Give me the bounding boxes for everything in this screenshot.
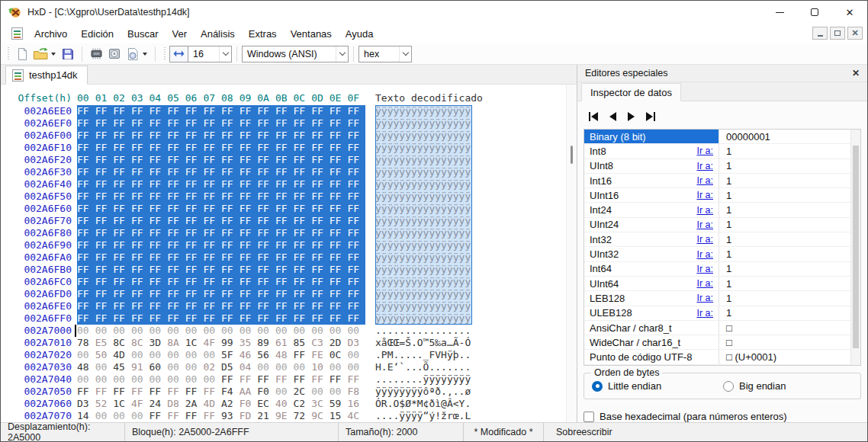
inspector-row[interactable]: UInt16Ir a:1	[584, 188, 860, 203]
menu-item-análisis[interactable]: Análisis	[194, 24, 242, 43]
hex-byte[interactable]: 3D	[149, 337, 168, 349]
hex-byte[interactable]: FF	[149, 239, 168, 251]
hex-byte[interactable]: FF	[167, 178, 185, 191]
hex-byte[interactable]: FF	[221, 276, 240, 288]
hex-byte[interactable]: FF	[221, 142, 240, 154]
hex-byte[interactable]: FF	[203, 130, 221, 142]
hex-byte[interactable]: FF	[275, 239, 294, 251]
hex-byte[interactable]: FF	[330, 288, 348, 300]
hex-byte[interactable]: 00	[113, 325, 131, 337]
menu-item-archivo[interactable]: Archivo	[27, 24, 74, 43]
hex-byte[interactable]: FF	[77, 264, 95, 276]
hex-byte[interactable]: FF	[95, 117, 114, 130]
hex-byte[interactable]: FF	[221, 117, 240, 130]
hex-byte[interactable]: FF	[311, 203, 330, 215]
hex-byte[interactable]: FF	[167, 203, 185, 215]
hex-byte[interactable]: 00	[167, 349, 185, 361]
hex-row[interactable]: 002A6F40FFFFFFFFFFFFFFFFFFFFFFFFFFFFFFFF…	[1, 178, 577, 191]
open-disk-image-button[interactable]	[124, 45, 142, 63]
decoded-text[interactable]: ÿÿÿÿÿÿÿÿÿÿÿÿÿÿÿÿ	[375, 191, 472, 203]
hex-byte[interactable]: FF	[203, 264, 221, 276]
last-byte-button[interactable]	[644, 109, 657, 124]
hex-byte[interactable]: FF	[95, 178, 114, 191]
hex-byte[interactable]: FF	[221, 105, 240, 117]
hex-byte[interactable]: 4D	[203, 398, 221, 410]
inspector-value[interactable]: 1	[719, 306, 850, 320]
hex-byte[interactable]: FF	[311, 300, 330, 312]
hex-row[interactable]: 002A6F10FFFFFFFFFFFFFFFFFFFFFFFFFFFFFFFF…	[1, 142, 577, 154]
menu-item-ventanas[interactable]: Ventanas	[284, 24, 339, 43]
mdi-restore-button[interactable]	[830, 27, 845, 40]
hex-byte[interactable]: 8C	[113, 337, 131, 349]
hex-byte[interactable]: FF	[113, 264, 131, 276]
hex-byte[interactable]: FF	[347, 117, 365, 130]
encoding-select[interactable]: Windows (ANSI)	[242, 46, 349, 62]
inspector-value[interactable]: 1	[719, 188, 850, 202]
decoded-text[interactable]: H.E‘`...Õ.......	[375, 361, 472, 373]
hex-byte[interactable]: 00	[77, 373, 95, 386]
inspector-value[interactable]: 1	[719, 159, 850, 173]
open-disk-button[interactable]	[105, 45, 124, 63]
hex-byte[interactable]: FF	[294, 312, 312, 325]
hex-byte[interactable]: FF	[203, 178, 221, 191]
hex-byte[interactable]: FF	[347, 191, 365, 203]
hex-byte[interactable]: E5	[95, 337, 114, 349]
hex-byte[interactable]: FF	[167, 130, 185, 142]
hex-byte[interactable]: FF	[257, 239, 275, 251]
hex-byte[interactable]: FF	[347, 251, 365, 264]
hex-row[interactable]: 002A701078E58C8C3D8A1C4F9935896185C32DD3…	[1, 337, 577, 349]
decoded-text[interactable]: ÿÿÿÿÿÿÿÿÿÿÿÿÿÿÿÿ	[375, 203, 472, 215]
hex-byte[interactable]: FF	[294, 215, 312, 227]
hex-byte[interactable]: 2D	[330, 337, 348, 349]
inspector-value[interactable]: 1	[719, 203, 850, 216]
hex-byte[interactable]: FF	[77, 130, 95, 142]
hex-byte[interactable]: 00	[330, 386, 348, 398]
hex-byte[interactable]: FF	[330, 178, 348, 191]
hex-byte[interactable]: 00	[294, 361, 312, 373]
hex-byte[interactable]: FF	[311, 117, 330, 130]
hex-byte[interactable]: 00	[77, 325, 95, 337]
inspector-value[interactable]: 1	[719, 218, 850, 232]
hex-byte[interactable]: FF	[347, 105, 365, 117]
hex-byte[interactable]: FF	[330, 227, 348, 239]
hex-byte[interactable]: FF	[131, 130, 149, 142]
goto-link[interactable]: Ir a:	[696, 308, 713, 319]
hex-byte[interactable]: FF	[240, 191, 258, 203]
hex-byte[interactable]: FF	[275, 154, 294, 166]
hex-byte[interactable]: 00	[275, 325, 294, 337]
hex-byte[interactable]: FF	[257, 276, 275, 288]
hex-byte[interactable]: FF	[330, 203, 348, 215]
hex-byte[interactable]: FF	[95, 264, 114, 276]
toolbar-grip[interactable]	[164, 47, 166, 61]
hex-byte[interactable]: FF	[131, 276, 149, 288]
hex-byte[interactable]: FF	[294, 154, 312, 166]
hex-byte[interactable]: FF	[113, 300, 131, 312]
hex-byte[interactable]: 46	[240, 349, 258, 361]
hex-byte[interactable]: 9E	[275, 410, 294, 422]
hex-byte[interactable]: FF	[185, 117, 204, 130]
hex-byte[interactable]: 45	[113, 361, 131, 373]
hex-byte[interactable]: FF	[77, 105, 95, 117]
hex-byte[interactable]: 52	[95, 398, 114, 410]
decoded-text[interactable]: ÿÿÿÿÿÿÿÿÿÿÿÿÿÿÿÿ	[375, 264, 472, 276]
hex-byte[interactable]: FF	[131, 227, 149, 239]
inspector-row[interactable]: UInt32Ir a:1	[584, 247, 860, 261]
hex-byte[interactable]: 85	[294, 337, 312, 349]
hex-byte[interactable]: FF	[131, 264, 149, 276]
hex-byte[interactable]: 89	[257, 337, 275, 349]
hex-byte[interactable]: FF	[347, 264, 365, 276]
hex-byte[interactable]: FF	[221, 154, 240, 166]
hex-byte[interactable]: FF	[257, 130, 275, 142]
hex-byte[interactable]: FF	[131, 300, 149, 312]
hex-byte[interactable]: 0C	[330, 349, 348, 361]
hex-byte[interactable]: FF	[275, 166, 294, 178]
goto-link[interactable]: Ir a:	[696, 264, 713, 274]
hex-byte[interactable]: FF	[113, 105, 131, 117]
hex-byte[interactable]: 00	[77, 349, 95, 361]
hex-byte[interactable]: C3	[311, 337, 330, 349]
hex-byte[interactable]: 00	[203, 325, 221, 337]
hex-byte[interactable]: FF	[185, 178, 204, 191]
hex-byte[interactable]: FF	[311, 227, 330, 239]
menu-item-buscar[interactable]: Buscar	[121, 24, 165, 43]
hex-byte[interactable]: FF	[311, 142, 330, 154]
